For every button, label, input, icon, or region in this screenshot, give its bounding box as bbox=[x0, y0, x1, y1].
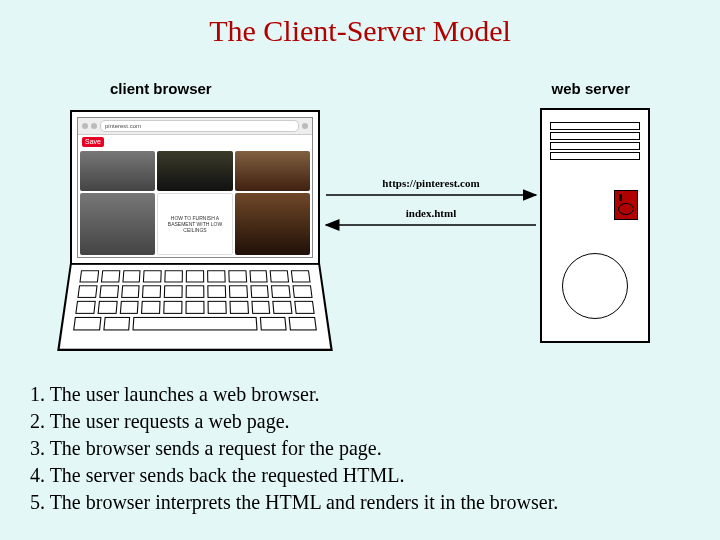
step-item: 1. The user launches a web browser. bbox=[30, 381, 700, 408]
step-item: 5. The browser interprets the HTML and r… bbox=[30, 489, 700, 516]
step-item: 2. The user requests a web page. bbox=[30, 408, 700, 435]
response-label: index.html bbox=[326, 207, 536, 219]
step-item: 4. The server sends back the requested H… bbox=[30, 462, 700, 489]
step-item: 3. The browser sends a request for the p… bbox=[30, 435, 700, 462]
steps-list: 1. The user launches a web browser. 2. T… bbox=[30, 381, 700, 516]
request-label: https://pinterest.com bbox=[326, 177, 536, 189]
